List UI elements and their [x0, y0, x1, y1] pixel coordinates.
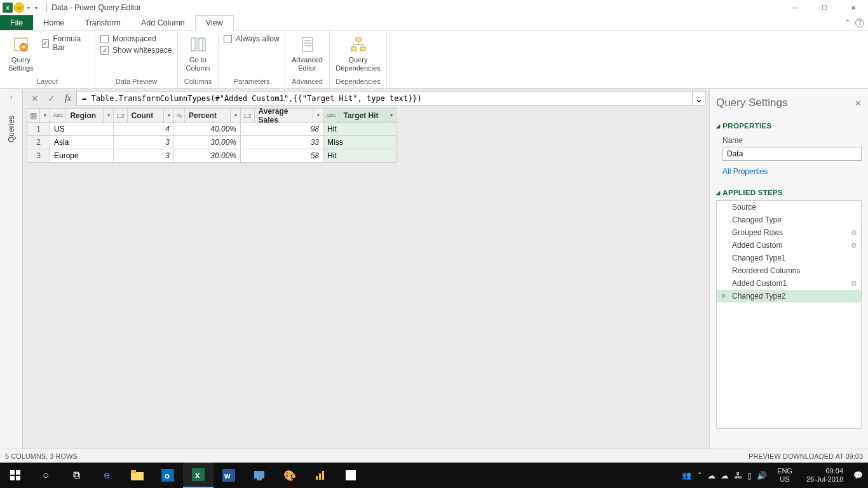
formula-cancel-icon[interactable]: ✕: [27, 91, 43, 106]
qat-dropdown-icon[interactable]: ▾: [25, 5, 32, 11]
formula-accept-icon[interactable]: ✓: [43, 91, 60, 106]
column-header-average-sales[interactable]: 1.2Average Sales▾: [241, 109, 323, 123]
step-grouped-rows[interactable]: Grouped Rows⚙: [717, 226, 861, 239]
qat-more-icon[interactable]: ▾: [33, 5, 39, 11]
formula-bar-checkbox[interactable]: ✓Formula Bar: [42, 34, 90, 52]
smiley-icon[interactable]: ☺: [14, 3, 24, 13]
column-header-percent[interactable]: %Percent▾: [174, 109, 241, 123]
taskbar-app7-icon[interactable]: [336, 463, 366, 488]
step-changed-type[interactable]: Changed Type: [717, 214, 861, 226]
ribbon-collapse-icon[interactable]: ⌃: [844, 18, 850, 27]
cell[interactable]: 30.00%: [174, 149, 241, 163]
cell[interactable]: 98: [241, 123, 323, 136]
close-button[interactable]: ✕: [839, 0, 868, 15]
query-dependencies-button[interactable]: Query Dependencies: [335, 33, 381, 72]
filter-icon[interactable]: ▾: [103, 109, 113, 122]
cell[interactable]: 3: [114, 136, 174, 149]
start-button[interactable]: [0, 463, 31, 488]
all-properties-link[interactable]: All Properties: [722, 167, 862, 176]
filter-icon[interactable]: ▾: [230, 109, 240, 122]
formula-input[interactable]: = Table.TransformColumnTypes(#"Added Cus…: [76, 91, 693, 106]
grid-corner[interactable]: ▦▾: [27, 109, 50, 123]
people-icon[interactable]: 👥: [682, 471, 691, 480]
row-number[interactable]: 2: [27, 136, 50, 149]
fx-icon[interactable]: fx: [60, 93, 76, 104]
tray-network-icon[interactable]: 🖧: [734, 471, 742, 480]
taskbar-word-icon[interactable]: w: [214, 463, 244, 488]
tray-chevron-icon[interactable]: ˄: [698, 471, 702, 480]
step-added-custom[interactable]: Added Custom⚙: [717, 239, 861, 252]
taskbar-edge-icon[interactable]: e: [92, 463, 122, 488]
cell[interactable]: 3: [114, 149, 174, 163]
taskbar-app5-icon[interactable]: [244, 463, 275, 488]
row-number[interactable]: 3: [27, 149, 50, 163]
taskbar-paint-icon[interactable]: 🎨: [275, 463, 305, 488]
filter-icon[interactable]: ▾: [386, 109, 396, 122]
task-view-icon[interactable]: ⧉: [61, 463, 92, 488]
expand-queries-icon[interactable]: ›: [10, 93, 13, 100]
taskbar-powerbi-icon[interactable]: [305, 463, 336, 488]
go-to-column-button[interactable]: Go to Column: [183, 33, 213, 72]
formula-expand-icon[interactable]: ⌄: [693, 91, 705, 106]
step-changed-type2[interactable]: Changed Type2: [717, 290, 861, 302]
column-header-region[interactable]: ABCRegion▾: [50, 109, 114, 123]
step-added-custom1[interactable]: Added Custom1⚙: [717, 277, 861, 290]
tab-transform[interactable]: Transform: [75, 15, 132, 30]
tray-volume-icon[interactable]: 🔊: [757, 471, 767, 480]
step-changed-type1[interactable]: Changed Type1: [717, 252, 861, 264]
tray-cloud-icon[interactable]: ☁: [721, 471, 729, 480]
applied-steps-section-header[interactable]: ◢APPLIED STEPS: [716, 189, 862, 196]
query-settings-button[interactable]: Query Settings: [5, 33, 37, 72]
queries-pane-label[interactable]: Queries: [7, 111, 16, 147]
type-icon[interactable]: %: [174, 109, 185, 122]
column-header-target-hit[interactable]: ABCTarget Hit▾: [323, 109, 397, 123]
cell[interactable]: Miss: [323, 136, 397, 149]
advanced-editor-button[interactable]: Advanced Editor: [290, 33, 324, 72]
action-center-icon[interactable]: 💬: [853, 471, 863, 480]
cell[interactable]: 58: [241, 149, 323, 163]
step-source[interactable]: Source: [717, 201, 861, 214]
cell[interactable]: 4: [114, 123, 174, 136]
gear-icon[interactable]: ⚙: [851, 280, 857, 288]
language-indicator[interactable]: ENG US: [773, 467, 796, 484]
tray-onedrive-icon[interactable]: ☁: [707, 471, 715, 480]
clock[interactable]: 09:04 26-Jul-2018: [803, 467, 847, 484]
properties-section-header[interactable]: ◢PROPERTIES: [716, 122, 862, 130]
cell[interactable]: Hit: [323, 149, 397, 163]
tab-add-column[interactable]: Add Column: [131, 15, 195, 30]
type-icon[interactable]: 1.2: [114, 109, 128, 122]
filter-icon[interactable]: ▾: [163, 109, 173, 122]
cell[interactable]: US: [50, 123, 114, 136]
help-icon[interactable]: ?: [855, 18, 864, 27]
tray-battery-icon[interactable]: ▯: [747, 471, 752, 480]
row-number[interactable]: 1: [27, 123, 50, 136]
cell[interactable]: 30.00%: [174, 136, 241, 149]
cell[interactable]: 33: [241, 136, 323, 149]
column-header-count[interactable]: 1.2Count▾: [114, 109, 174, 123]
cortana-icon[interactable]: ○: [31, 463, 61, 488]
type-icon[interactable]: 1.2: [241, 109, 255, 122]
gear-icon[interactable]: ⚙: [851, 241, 857, 250]
type-icon[interactable]: ABC: [50, 109, 66, 122]
maximize-button[interactable]: ☐: [810, 0, 839, 15]
tab-home[interactable]: Home: [33, 15, 74, 30]
query-name-input[interactable]: [722, 147, 862, 161]
taskbar-explorer-icon[interactable]: [122, 463, 153, 488]
cell[interactable]: Hit: [323, 123, 397, 136]
file-tab[interactable]: File: [0, 15, 33, 30]
monospaced-checkbox[interactable]: Monospaced: [100, 34, 172, 43]
show-whitespace-checkbox[interactable]: ✓Show whitespace: [100, 46, 172, 55]
minimize-button[interactable]: ─: [780, 0, 810, 15]
filter-icon[interactable]: ▾: [313, 109, 323, 122]
tab-view[interactable]: View: [195, 15, 234, 30]
cell[interactable]: Europe: [50, 149, 114, 163]
panel-close-icon[interactable]: ✕: [855, 98, 862, 108]
gear-icon[interactable]: ⚙: [851, 229, 857, 237]
type-icon[interactable]: ABC: [323, 109, 339, 122]
taskbar-excel-icon[interactable]: x: [183, 463, 214, 488]
cell[interactable]: 40.00%: [174, 123, 241, 136]
step-reordered-columns[interactable]: Reordered Columns: [717, 264, 861, 277]
always-allow-checkbox[interactable]: Always allow: [224, 34, 280, 43]
taskbar-outlook-icon[interactable]: o: [153, 463, 183, 488]
cell[interactable]: Asia: [50, 136, 114, 149]
